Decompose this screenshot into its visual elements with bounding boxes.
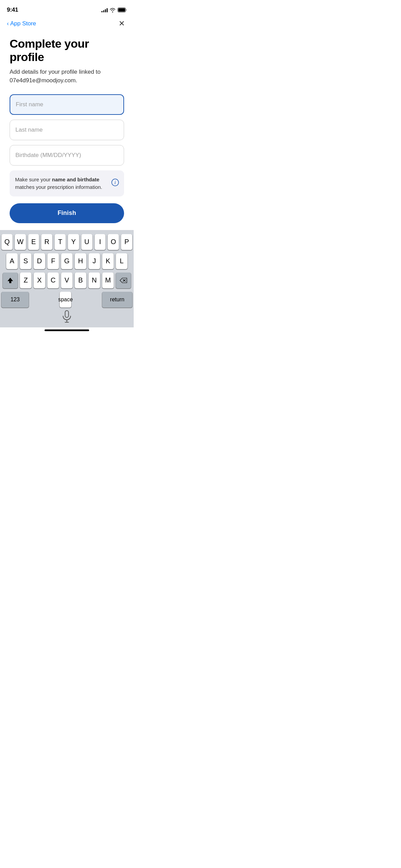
key-z[interactable]: Z	[20, 273, 32, 288]
battery-icon	[118, 8, 127, 12]
microphone-icon[interactable]	[62, 310, 72, 324]
status-icons	[101, 8, 127, 12]
key-k[interactable]: K	[102, 253, 114, 269]
nav-bar: ‹ App Store ✕	[0, 17, 134, 32]
first-name-input[interactable]	[10, 94, 124, 115]
main-content: Complete your profile Add details for yo…	[0, 32, 134, 230]
back-label: App Store	[10, 20, 36, 27]
key-b[interactable]: B	[75, 273, 86, 288]
key-i[interactable]: I	[95, 234, 106, 250]
key-v[interactable]: V	[61, 273, 73, 288]
info-text: Make sure your name and birthdate matche…	[15, 177, 102, 190]
key-r[interactable]: R	[41, 234, 52, 250]
close-button[interactable]: ✕	[117, 19, 127, 29]
back-button[interactable]: ‹ App Store	[7, 20, 36, 27]
status-time: 9:41	[7, 7, 18, 13]
home-indicator	[45, 329, 89, 331]
key-q[interactable]: Q	[1, 234, 13, 250]
svg-marker-4	[8, 278, 13, 283]
keyboard: Q W E R T Y U I O P A S D F G H J K L Z …	[0, 230, 134, 327]
last-name-group	[10, 120, 124, 140]
key-g[interactable]: G	[61, 253, 73, 269]
space-key[interactable]: space	[60, 292, 71, 308]
key-c[interactable]: C	[47, 273, 59, 288]
key-n[interactable]: N	[88, 273, 100, 288]
numbers-key[interactable]: 123	[1, 292, 29, 308]
key-p[interactable]: P	[121, 234, 132, 250]
key-a[interactable]: A	[6, 253, 18, 269]
keyboard-bottom-row: 123 space return	[1, 292, 132, 308]
key-y[interactable]: Y	[68, 234, 79, 250]
key-u[interactable]: U	[81, 234, 93, 250]
key-o[interactable]: O	[108, 234, 119, 250]
svg-text:i: i	[114, 180, 116, 185]
svg-rect-1	[118, 8, 125, 12]
keyboard-row-1: Q W E R T Y U I O P	[1, 234, 132, 250]
status-bar: 9:41	[0, 0, 134, 17]
back-chevron-icon: ‹	[7, 20, 9, 27]
first-name-group	[10, 94, 124, 115]
info-circle-icon: i	[111, 178, 119, 189]
key-j[interactable]: J	[88, 253, 100, 269]
key-f[interactable]: F	[47, 253, 59, 269]
key-m[interactable]: M	[102, 273, 114, 288]
key-t[interactable]: T	[54, 234, 66, 250]
key-l[interactable]: L	[116, 253, 127, 269]
key-w[interactable]: W	[15, 234, 26, 250]
key-d[interactable]: D	[34, 253, 45, 269]
info-box: Make sure your name and birthdate matche…	[10, 170, 124, 196]
key-x[interactable]: X	[34, 273, 45, 288]
page-subtitle: Add details for your profile linked to 0…	[10, 68, 124, 85]
key-h[interactable]: H	[75, 253, 86, 269]
key-e[interactable]: E	[28, 234, 39, 250]
keyboard-row-3: Z X C V B N M	[1, 273, 132, 288]
svg-rect-7	[65, 311, 69, 317]
birthdate-input[interactable]	[10, 145, 124, 166]
close-icon: ✕	[119, 20, 125, 27]
finish-button[interactable]: Finish	[10, 203, 124, 223]
wifi-icon	[110, 8, 116, 12]
page-title: Complete your profile	[10, 37, 124, 64]
keyboard-utility-row	[1, 310, 132, 326]
delete-key[interactable]	[116, 273, 131, 288]
last-name-input[interactable]	[10, 120, 124, 140]
return-key[interactable]: return	[102, 292, 132, 308]
signal-icon	[101, 8, 108, 12]
keyboard-row-2: A S D F G H J K L	[1, 253, 132, 269]
shift-key[interactable]	[3, 273, 18, 288]
key-s[interactable]: S	[20, 253, 32, 269]
birthdate-group	[10, 145, 124, 166]
